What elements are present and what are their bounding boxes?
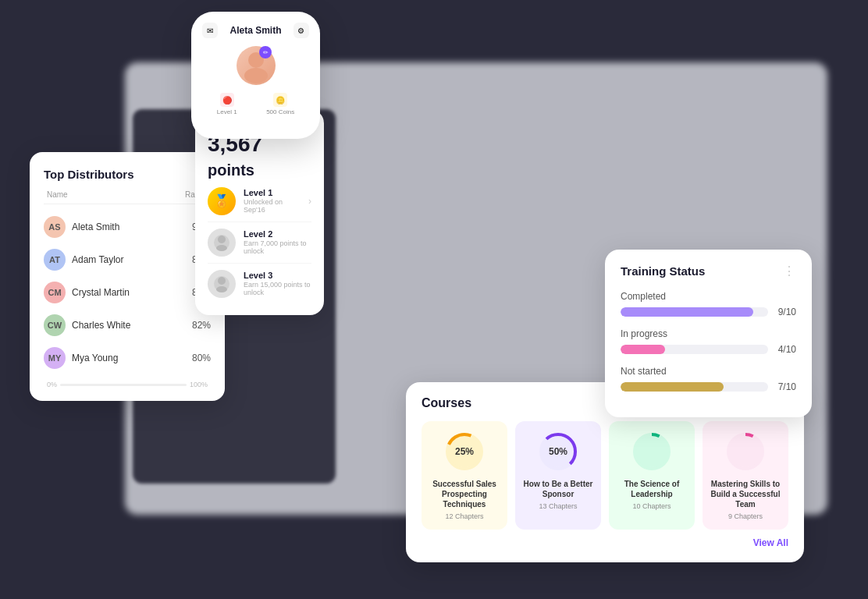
message-icon[interactable]: ✉	[202, 23, 218, 38]
course-chapters-3: 10 Chapters	[632, 502, 671, 510]
progress-track	[60, 384, 187, 386]
courses-grid: 25% Successful Sales Prospecting Techniq…	[422, 421, 788, 530]
training-status-card: Training Status ⋮ Completed 9/10 In prog…	[605, 250, 812, 417]
course-name-3: The Science of Leadership	[617, 479, 687, 499]
svg-point-14	[728, 434, 763, 469]
training-title: Training Status	[621, 264, 705, 278]
phone-user-name: Aleta Smith	[229, 25, 281, 36]
course-circle-1: 25%	[443, 431, 486, 473]
course-pct-1: 25%	[455, 446, 474, 457]
level1-arrow: ›	[308, 196, 311, 207]
level3-desc: Earn 15,000 points to unlock	[244, 281, 311, 296]
dist-info-5: MY Mya Young	[44, 347, 118, 369]
course-pct-2: 50%	[549, 446, 567, 457]
svg-point-1	[244, 68, 268, 83]
coins-badge-icon: 🪙	[273, 93, 287, 107]
course-circle-4	[724, 431, 767, 473]
edit-avatar-button[interactable]: ✏	[259, 46, 272, 58]
level-item-2: Level 2 Earn 7,000 points to unlock	[208, 222, 311, 264]
avatar-aleta: AS	[44, 216, 66, 238]
distributors-title: Top Distributors	[44, 168, 211, 181]
phone-header: ✉ Aleta Smith ⚙	[202, 23, 309, 38]
svg-point-3	[218, 236, 226, 243]
notstarted-bar-fill	[621, 382, 724, 392]
inprogress-label: In progress	[621, 328, 796, 339]
completed-bar-row: 9/10	[621, 307, 796, 317]
phone-badges: 🔴 Level 1 🪙 500 Coins	[202, 93, 309, 115]
level2-desc: Earn 7,000 points to unlock	[244, 239, 311, 255]
level-badge: 🔴 Level 1	[217, 93, 237, 115]
dist-info-2: AT Adam Taylor	[44, 249, 123, 271]
phone-card: ✉ Aleta Smith ⚙ ✏ 🔴 Level 1 🪙 500 Coins	[191, 12, 320, 139]
avatar-charles: CW	[44, 314, 66, 336]
settings-icon[interactable]: ⚙	[293, 23, 309, 38]
avatar-crystal: CM	[44, 282, 66, 303]
notstarted-bar-row: 7/10	[621, 381, 796, 392]
name-header-label: Name	[47, 190, 68, 199]
dist-name-1: Aleta Smith	[72, 222, 119, 232]
training-stat-notstarted: Not started 7/10	[621, 366, 796, 392]
course-name-1: Successful Sales Prospecting Techniques	[429, 479, 500, 509]
dist-info-1: AS Aleta Smith	[44, 216, 119, 238]
completed-bar-track	[621, 307, 768, 317]
progress-label-start: 0%	[47, 381, 57, 388]
training-stat-completed: Completed 9/10	[621, 291, 796, 317]
level3-badge	[208, 270, 236, 298]
inprogress-bar-fill	[621, 345, 665, 354]
inprogress-value: 4/10	[774, 344, 796, 355]
course-chapters-2: 13 Chapters	[539, 502, 577, 510]
training-menu-icon[interactable]: ⋮	[783, 264, 796, 278]
svg-point-4	[216, 245, 227, 251]
dist-row-2: AT Adam Taylor 87%	[44, 243, 211, 276]
level2-name: Level 2	[244, 229, 311, 239]
course-circle-3	[631, 431, 673, 473]
dist-name-3: Crystal Martin	[72, 287, 130, 298]
dist-row-3: CM Crystal Martin 85%	[44, 276, 211, 309]
course-card-2[interactable]: 50% How to Be a Better Sponsor 13 Chapte…	[515, 421, 601, 530]
progress-label-end: 100%	[190, 381, 208, 388]
svg-point-12	[635, 434, 669, 469]
course-name-4: Mastering Skills to Build a Successful T…	[710, 479, 781, 509]
course-name-2: How to Be a Better Sponsor	[523, 479, 593, 499]
dist-name-2: Adam Taylor	[72, 254, 123, 265]
level-item-3: Level 3 Earn 15,000 points to unlock	[208, 264, 311, 304]
avatar-mya: MY	[44, 347, 66, 369]
dist-info-3: CM Crystal Martin	[44, 282, 130, 303]
view-all-button[interactable]: View All	[422, 537, 788, 548]
level2-badge	[208, 229, 236, 257]
dist-rating-4: 82%	[192, 320, 211, 331]
level-item-1[interactable]: 🏅 Level 1 Unlocked on Sep'16 ›	[208, 181, 311, 222]
level1-badge: 🏅	[208, 187, 236, 215]
dist-row-1: AS Aleta Smith 95%	[44, 211, 211, 243]
course-card-3[interactable]: The Science of Leadership 10 Chapters	[609, 421, 695, 530]
dist-row-5: MY Mya Young 80%	[44, 342, 211, 374]
course-chapters-1: 12 Chapters	[445, 512, 483, 520]
points-unit: points	[208, 161, 254, 179]
courses-title: Courses	[422, 396, 471, 410]
course-circle-2: 50%	[537, 431, 579, 473]
level-badge-label: Level 1	[217, 108, 237, 115]
svg-point-6	[218, 277, 226, 285]
level2-info: Level 2 Earn 7,000 points to unlock	[244, 229, 311, 255]
completed-value: 9/10	[774, 307, 796, 317]
distributors-header: Name Rating	[44, 190, 211, 204]
notstarted-label: Not started	[621, 366, 796, 377]
notstarted-bar-track	[621, 382, 768, 392]
course-card-1[interactable]: 25% Successful Sales Prospecting Techniq…	[422, 421, 507, 530]
notstarted-value: 7/10	[774, 381, 796, 392]
dist-rating-5: 80%	[192, 353, 211, 363]
completed-bar-fill	[621, 307, 753, 317]
dist-info-4: CW Charles White	[44, 314, 130, 336]
course-chapters-4: 9 Chapters	[728, 512, 763, 520]
level1-info: Level 1 Unlocked on Sep'16	[244, 188, 301, 214]
level3-name: Level 3	[244, 271, 311, 280]
svg-point-7	[216, 286, 227, 292]
training-stat-inprogress: In progress 4/10	[621, 328, 796, 355]
coins-badge: 🪙 500 Coins	[266, 93, 294, 115]
dist-name-5: Mya Young	[72, 353, 118, 363]
coins-badge-label: 500 Coins	[266, 108, 294, 115]
level1-name: Level 1	[244, 188, 301, 197]
course-card-4[interactable]: Mastering Skills to Build a Successful T…	[703, 421, 788, 530]
avatar-adam: AT	[44, 249, 66, 271]
inprogress-bar-track	[621, 345, 768, 354]
